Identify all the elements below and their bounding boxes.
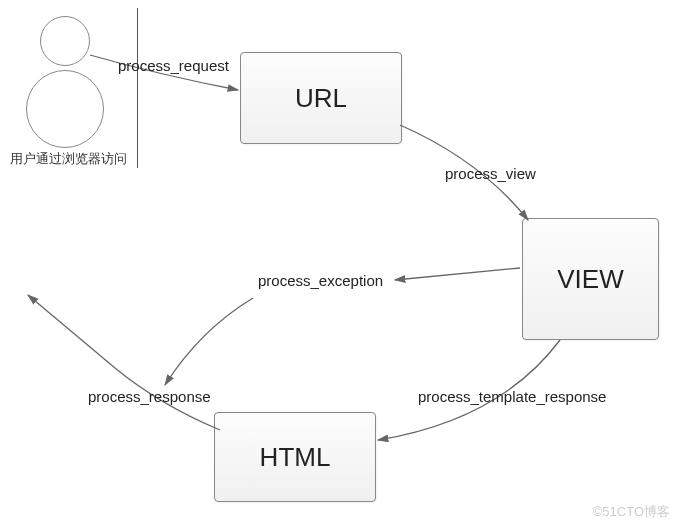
watermark: ©51CTO博客	[593, 503, 670, 521]
label-process-template-response: process_template_response	[418, 388, 606, 405]
separator-line	[137, 8, 138, 168]
arrow-process-exception	[395, 268, 520, 280]
html-box: HTML	[214, 412, 376, 502]
user-body-icon	[26, 70, 104, 148]
url-box-label: URL	[295, 83, 347, 114]
label-process-request: process_request	[118, 57, 229, 74]
arrow-process-exception-tail	[165, 298, 253, 385]
view-box: VIEW	[522, 218, 659, 340]
arrow-process-response-2	[28, 295, 115, 368]
user-caption: 用户通过浏览器访问	[10, 150, 127, 168]
user-head-icon	[40, 16, 90, 66]
html-box-label: HTML	[260, 442, 331, 473]
label-process-exception: process_exception	[258, 272, 383, 289]
label-process-view: process_view	[445, 165, 536, 182]
view-box-label: VIEW	[557, 264, 623, 295]
url-box: URL	[240, 52, 402, 144]
label-process-response: process_response	[88, 388, 211, 405]
